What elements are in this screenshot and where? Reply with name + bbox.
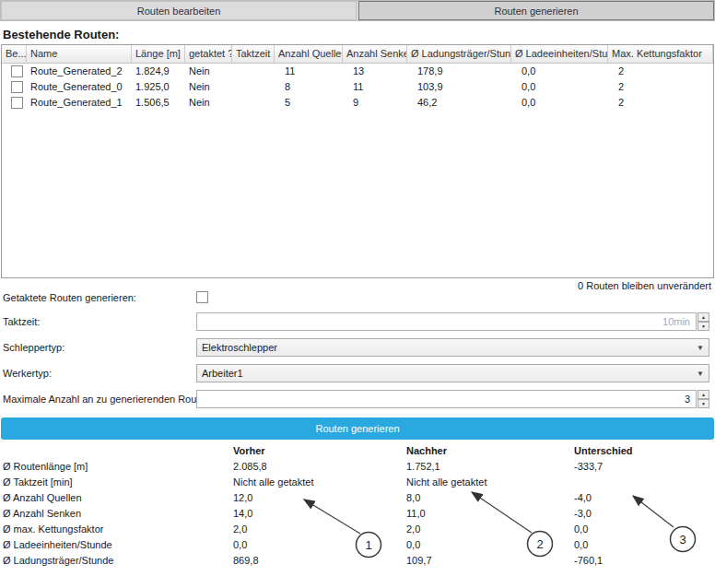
column-header-checkbox[interactable]: Be... (2, 45, 27, 63)
result-label: Ø Routenlänge [m] (3, 459, 233, 475)
cell-kettungsfaktor: 2 (608, 64, 713, 79)
result-nachher: 1.752,1 (406, 459, 574, 475)
results-col-nachher: Nachher (406, 442, 574, 459)
cell-ladungstraeger: 46,2 (407, 95, 511, 111)
result-unterschied: 0,0 (574, 537, 712, 553)
result-label: Ø Anzahl Senken (3, 506, 233, 522)
cell-getaktet: Nein (185, 79, 232, 95)
spin-down-icon: ▼ (701, 323, 706, 329)
column-header-name[interactable]: Name (27, 45, 132, 63)
result-vorher: 12,0 (233, 490, 406, 506)
checkbox-cell (2, 95, 27, 111)
results-col-vorher: Vorher (233, 442, 406, 459)
result-nachher: 0,0 (406, 537, 574, 553)
werkertyp-value: Arbeiter1 (202, 368, 243, 379)
results-row: Ø Anzahl Quellen 12,0 8,0 -4,0 (3, 490, 712, 506)
result-nachher: 11,0 (406, 506, 574, 522)
table-row[interactable]: Route_Generated_2 1.824,9 Nein 11 13 178… (2, 64, 713, 79)
getaktete-routen-checkbox[interactable] (196, 291, 208, 303)
column-header-ladungstraeger[interactable]: Ø Ladungsträger/Stunde (407, 45, 511, 63)
result-unterschied: 0,0 (574, 522, 712, 537)
result-vorher: 14,0 (233, 506, 406, 522)
spin-up-icon: ▲ (701, 314, 706, 320)
max-routes-spinner: ▲ ▼ (697, 390, 709, 408)
cell-name: Route_Generated_1 (27, 95, 132, 111)
column-header-quellen[interactable]: Anzahl Quellen (275, 45, 343, 63)
spin-down-button[interactable]: ▼ (697, 399, 709, 408)
max-routes-label: Maximale Anzahl an zu generierenden Rout… (3, 394, 214, 406)
taktzeit-spinner: ▲ ▼ (697, 312, 709, 331)
result-nachher: 8,0 (406, 490, 574, 506)
tab-routen-bearbeiten[interactable]: Routen bearbeiten (1, 1, 357, 20)
checkbox-cell (2, 64, 27, 79)
taktzeit-label: Taktzeit: (3, 316, 40, 328)
row-checkbox[interactable] (11, 65, 23, 77)
spin-down-icon: ▼ (701, 401, 706, 406)
result-unterschied: -4,0 (574, 490, 712, 506)
checkbox-cell (2, 79, 27, 95)
spin-up-icon: ▲ (701, 392, 706, 397)
tab-label: Routen generieren (494, 6, 578, 17)
result-nachher: 2,0 (406, 522, 574, 537)
column-header-taktzeit[interactable]: Taktzeit (232, 45, 275, 63)
result-vorher: 2,0 (233, 522, 406, 537)
result-label: Ø Anzahl Quellen (3, 490, 233, 506)
row-checkbox[interactable] (11, 81, 23, 93)
column-header-ladeeinheiten[interactable]: Ø Ladeeinheiten/Stunde (511, 45, 608, 63)
result-label: Ø max. Kettungsfaktor (3, 522, 233, 537)
spin-up-button[interactable]: ▲ (697, 312, 709, 322)
routes-table: Be... Name Länge [m] getaktet ? Taktzeit… (1, 44, 714, 278)
cell-getaktet: Nein (185, 95, 232, 111)
row-checkbox[interactable] (11, 97, 23, 109)
results-row: Ø max. Kettungsfaktor 2,0 2,0 0,0 (3, 522, 712, 537)
chevron-down-icon: ▼ (697, 370, 704, 378)
cell-senken: 9 (343, 95, 407, 111)
tab-bar: Routen bearbeiten Routen generieren (0, 0, 715, 21)
result-vorher: 0,0 (233, 537, 406, 553)
unchanged-routes-status: 0 Routen bleiben unverändert (578, 280, 711, 291)
result-vorher: Nicht alle getaktet (233, 475, 406, 490)
spin-down-button[interactable]: ▼ (697, 322, 709, 331)
schleppertyp-select[interactable]: Elektroschlepper ▼ (196, 338, 709, 357)
cell-taktzeit (232, 79, 275, 95)
max-routes-input[interactable] (196, 390, 697, 408)
results-row: Ø Routenlänge [m] 2.085,8 1.752,1 -333,7 (3, 459, 712, 475)
cell-senken: 13 (343, 64, 407, 79)
cell-kettungsfaktor: 2 (608, 79, 713, 95)
generate-routes-button[interactable]: Routen generieren (1, 417, 714, 440)
werkertyp-label: Werkertyp: (3, 368, 52, 380)
result-vorher: 869,8 (233, 553, 406, 569)
schleppertyp-value: Elektroschlepper (202, 342, 277, 353)
tab-label: Routen bearbeiten (137, 6, 221, 17)
cell-ladeeinheiten: 0,0 (511, 79, 608, 95)
result-vorher: 2.085,8 (233, 459, 406, 475)
column-header-kettungsfaktor[interactable]: Max. Kettungsfaktor (608, 45, 713, 63)
cell-laenge: 1.506,5 (132, 95, 185, 111)
table-row[interactable]: Route_Generated_0 1.925,0 Nein 8 11 103,… (2, 79, 713, 95)
results-col-unterschied: Unterschied (574, 442, 712, 459)
results-row: Ø Ladeeinheiten/Stunde 0,0 0,0 0,0 (3, 537, 712, 553)
result-label: Ø Taktzeit [min] (3, 475, 233, 490)
column-header-laenge[interactable]: Länge [m] (132, 45, 185, 63)
cell-ladeeinheiten: 0,0 (511, 95, 608, 111)
table-row[interactable]: Route_Generated_1 1.506,5 Nein 5 9 46,2 … (2, 95, 713, 111)
result-label: Ø Ladungsträger/Stunde (3, 553, 233, 569)
spin-up-button[interactable]: ▲ (697, 390, 709, 399)
taktzeit-input[interactable] (196, 312, 697, 331)
result-nachher: Nicht alle getaktet (406, 475, 574, 490)
existing-routes-title: Bestehende Routen: (3, 28, 119, 41)
cell-kettungsfaktor: 2 (608, 95, 713, 111)
getaktete-routen-label: Getaktete Routen generieren: (3, 292, 136, 304)
cell-name: Route_Generated_2 (27, 64, 132, 79)
cell-name: Route_Generated_0 (27, 79, 132, 95)
cell-quellen: 5 (275, 95, 343, 111)
schleppertyp-label: Schleppertyp: (3, 342, 64, 354)
results-row: Ø Anzahl Senken 14,0 11,0 -3,0 (3, 506, 712, 522)
cell-ladungstraeger: 103,9 (407, 79, 511, 95)
cell-taktzeit (232, 64, 275, 79)
column-header-senke[interactable]: Anzahl Senke (343, 45, 407, 63)
tab-routen-generieren[interactable]: Routen generieren (358, 1, 714, 20)
column-header-getaktet[interactable]: getaktet ? (185, 45, 232, 63)
cell-laenge: 1.925,0 (132, 79, 185, 95)
werkertyp-select[interactable]: Arbeiter1 ▼ (196, 364, 709, 382)
